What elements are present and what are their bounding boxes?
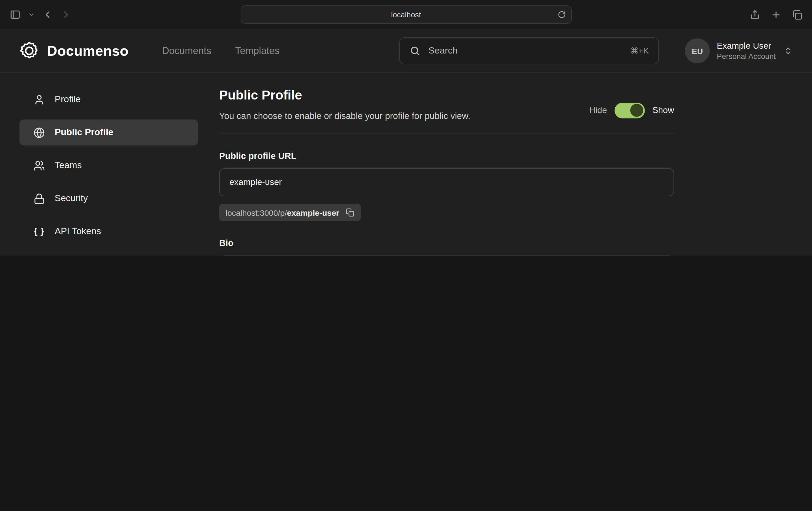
show-label: Show [652,106,674,115]
documenso-logo-icon [20,41,39,61]
address-bar-url: localhost [391,10,421,19]
app-header: Documenso Documents Templates ⌘+K EU Exa… [0,29,812,73]
sidebar-item-label: Profile [55,94,81,105]
new-tab-icon[interactable] [771,9,781,20]
back-button-icon[interactable] [42,9,53,20]
sidebar-item-webhooks[interactable]: Webhooks [20,251,198,256]
copy-icon[interactable] [346,208,354,217]
address-bar[interactable]: localhost [240,5,572,24]
brand-name: Documenso [47,42,128,59]
tab-overview-icon[interactable] [792,9,802,20]
avatar: EU [685,38,710,63]
sidebar-item-teams[interactable]: Teams [20,152,198,178]
brand[interactable]: Documenso [20,41,128,61]
app-window: localhost Documenso Documents Templates … [0,0,812,256]
sidebar-toggle-icon[interactable] [10,9,21,20]
sidebar-item-label: Teams [55,160,82,171]
braces-icon: { } [33,226,45,237]
sidebar-item-profile[interactable]: Profile [20,87,198,113]
sidebar-item-public-profile[interactable]: Public Profile [20,120,198,146]
search-icon [409,46,420,56]
user-name: Example User [717,40,776,52]
page-subtitle: You can choose to enable or disable your… [219,111,470,121]
nav-documents[interactable]: Documents [162,45,211,57]
users-icon [33,160,45,171]
bio-textarea[interactable]: This is an example bio. [219,255,674,256]
toggle-knob [630,104,643,117]
primary-nav: Documents Templates [162,45,280,57]
chevrons-up-down-icon [784,47,792,55]
user-menu[interactable]: EU Example User Personal Account [685,38,792,63]
settings-sidebar: Profile Public Profile Teams Security { … [20,87,198,256]
profile-visibility-toggle[interactable] [614,102,645,118]
profile-url-preview-text: localhost:3000/p/example-user [226,208,339,217]
profile-url-preview[interactable]: localhost:3000/p/example-user [219,204,361,221]
chevron-down-icon[interactable] [28,11,35,18]
bio-field-label: Bio [219,238,674,248]
sidebar-item-label: API Tokens [55,226,101,237]
sidebar-item-api-tokens[interactable]: { } API Tokens [20,218,198,244]
visibility-control: Hide Show [589,99,674,121]
globe-icon [33,127,45,138]
global-search[interactable]: ⌘+K [399,37,659,64]
search-input[interactable] [427,45,623,57]
hide-label: Hide [589,106,607,115]
divider [219,133,674,134]
sidebar-item-security[interactable]: Security [20,185,198,211]
browser-chrome: localhost [0,0,812,29]
page-title: Public Profile [219,88,470,103]
forward-button-icon[interactable] [61,9,71,20]
share-icon[interactable] [750,9,760,20]
sidebar-item-label: Security [55,193,88,204]
search-shortcut: ⌘+K [631,46,649,56]
url-field-label: Public profile URL [219,151,674,161]
profile-url-input[interactable] [219,168,674,196]
settings-layout: Profile Public Profile Teams Security { … [0,73,812,256]
lock-icon [33,193,45,204]
user-account-type: Personal Account [717,52,776,61]
nav-templates[interactable]: Templates [235,45,280,57]
user-meta: Example User Personal Account [717,40,776,61]
user-icon [33,94,45,105]
sidebar-item-label: Public Profile [55,127,113,138]
refresh-icon[interactable] [557,10,566,19]
public-profile-settings: Public Profile You can choose to enable … [219,87,674,256]
